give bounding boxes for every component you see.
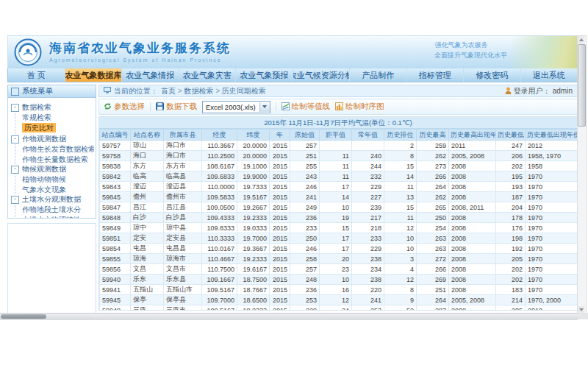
sidebar-item[interactable]: 气象水文现象 <box>22 185 94 195</box>
table-cell: 23 <box>320 264 352 275</box>
tree-section-3[interactable]: -物候观测数据 <box>11 164 94 174</box>
table-cell: 109.7000 <box>202 295 237 305</box>
table-cell: 241 <box>290 192 320 202</box>
table-cell: 206 <box>496 151 526 161</box>
meteorology-logo-icon <box>14 38 42 66</box>
format-select[interactable]: Excel 2003(.xls) <box>202 101 270 113</box>
table-cell: 2015 <box>270 244 290 254</box>
table-cell: 59940 <box>100 275 131 285</box>
nav-item-8[interactable]: 指标管理 <box>407 68 465 82</box>
nav-item-4[interactable]: 农业气象灾害 <box>179 68 237 82</box>
table-row[interactable]: 59848白沙白沙县109.433319.2333201523619217112… <box>100 213 578 223</box>
table-cell: 229 <box>352 244 384 254</box>
nav-item-6[interactable]: 农业气候资源分析 <box>293 68 351 82</box>
table-cell: 251 <box>417 285 449 295</box>
table-row[interactable]: 59843澄迈澄迈县110.000019.7333201524617229112… <box>100 182 578 192</box>
table-row[interactable]: 59948三亚三亚市109.516718.23332015229-2425352… <box>100 305 578 311</box>
table-row[interactable]: 59851定安定安县110.333319.7000201525017233102… <box>100 233 578 244</box>
tree-collapse-icon[interactable]: - <box>11 166 19 174</box>
table-row[interactable]: 59845儋州儋州市109.583319.5167201524114227132… <box>100 192 578 202</box>
tree-section-4[interactable]: -土壤水分观测数据 <box>11 194 94 205</box>
breadcrumb-item[interactable]: 首页 <box>161 87 176 95</box>
table-cell: 263 <box>417 244 449 254</box>
draw-isoline-button[interactable]: 绘制等值线 <box>282 102 331 112</box>
sidebar-item[interactable]: 作物生长量数据检索 <box>22 155 94 165</box>
tree-children: 常规检索历史比对 <box>15 113 94 134</box>
table-cell: 11 <box>320 161 352 171</box>
sidebar-item[interactable]: 土壤水文物理特性 <box>22 215 94 219</box>
sidebar-item[interactable]: 历史比对 <box>22 123 56 133</box>
column-header: 经度 <box>202 130 237 141</box>
table-row[interactable]: 59842临高临高县109.683319.9000201524311232142… <box>100 171 578 182</box>
column-header: 原始值 <box>290 130 320 141</box>
data-download-button[interactable]: 数据下载 <box>156 102 197 112</box>
table-row[interactable]: 59757琼山海口市110.366720.0000201525722592011… <box>100 141 578 151</box>
table-row[interactable]: 59847昌江昌江县109.050019.2667201524910239152… <box>100 202 578 213</box>
nav-item-5[interactable]: 农业气象预报 <box>236 68 293 82</box>
tree-section-1[interactable]: -数据检索 <box>11 102 94 113</box>
table-row[interactable]: 59856文昌文昌市110.750019.6167201525723234426… <box>100 264 578 275</box>
table-cell: 五指山市 <box>164 285 202 295</box>
table-cell: 2015 <box>270 223 290 233</box>
table-cell: 264 <box>417 182 449 192</box>
breadcrumb: 首页 > 数据检索 > 历史同期检索 <box>161 86 266 96</box>
sidebar-item[interactable]: 植物动物物候 <box>22 174 94 185</box>
refresh-icon <box>104 102 112 112</box>
breadcrumb-item[interactable]: 数据检索 <box>184 87 213 95</box>
nav-item-10[interactable]: 退出系统 <box>521 68 578 82</box>
table-row[interactable]: 59849琼中琼中县109.833319.0333201523315218122… <box>100 223 578 233</box>
toolbar: 参数选择 数据下载 Excel 2003(.xls) <box>98 99 578 115</box>
table-row[interactable]: 59945保亭保亭县109.700018.6500201525312241926… <box>100 295 578 305</box>
table-cell: 2008, 2011 <box>449 202 496 213</box>
menu-icon <box>11 88 19 96</box>
table-cell: 东方 <box>131 161 164 171</box>
table-row[interactable]: 59838东方东方市108.616719.1000201525511244152… <box>100 161 578 171</box>
table-cell: 236 <box>290 285 320 295</box>
table-cell: 17 <box>320 182 352 192</box>
table-row[interactable]: 59941五指山五指山市109.516718.76672015236162208… <box>100 285 578 295</box>
horizontal-scrollbar[interactable] <box>0 313 578 320</box>
table-cell: 59848 <box>100 213 131 223</box>
sidebar-item[interactable]: 常规检索 <box>22 113 94 123</box>
chevron-down-icon[interactable] <box>259 102 270 112</box>
table-cell: 59842 <box>100 171 131 182</box>
nav-item-1[interactable]: 首 页 <box>8 68 65 82</box>
tree-section-2[interactable]: -作物观测数据 <box>11 134 94 144</box>
table-cell: 59855 <box>100 254 131 264</box>
table-cell: 2008 <box>449 275 496 285</box>
table-cell: 287 <box>417 305 449 311</box>
table-row[interactable]: 59940乐东乐东县109.166718.7500201524810238122… <box>100 275 578 285</box>
table-cell: 232 <box>352 171 384 182</box>
toolbar-separator <box>276 102 276 111</box>
nav-item-3[interactable]: 农业气象情报 <box>122 68 179 82</box>
tree-collapse-icon[interactable]: - <box>11 104 19 112</box>
table-row[interactable]: 59855琼海琼海市110.466719.2333201525820238327… <box>100 254 578 264</box>
table-row[interactable]: 59854屯昌屯昌县110.016719.3667201524617229102… <box>100 244 578 254</box>
nav-item-2[interactable]: 农业气象数据库 <box>65 68 123 82</box>
table-cell: 海口 <box>131 151 164 161</box>
table-cell: 19.1000 <box>237 161 270 171</box>
horizontal-scrollbar-thumb[interactable] <box>1 314 46 319</box>
param-select-button[interactable]: 参数选择 <box>104 102 145 112</box>
table-cell: 1970 <box>526 275 578 285</box>
tree-collapse-icon[interactable]: - <box>11 196 19 204</box>
table-cell: 昌江县 <box>164 202 202 213</box>
sidebar-item[interactable]: 作物生长发育数据检索 <box>22 144 94 155</box>
sidebar-item[interactable]: 作物地段土壤水分 <box>22 205 94 215</box>
table-row[interactable]: 59758海口海口市110.250020.0000201525111240826… <box>100 151 578 161</box>
vertical-scrollbar-thumb[interactable] <box>578 44 586 127</box>
nav-item-9[interactable]: 修改密码 <box>464 68 521 82</box>
tree-collapse-icon[interactable]: - <box>11 135 19 144</box>
isoline-chart-icon <box>282 102 290 112</box>
vertical-scrollbar[interactable] <box>577 35 587 314</box>
draw-timeseries-button[interactable]: 绘制时序图 <box>335 102 384 112</box>
app-titles: 海南省农业气象业务服务系统 Agrometeorological System … <box>49 40 231 63</box>
table-cell: 218 <box>352 223 384 233</box>
sidebar-empty-panel <box>7 223 96 319</box>
table-cell: 五指山 <box>131 285 164 295</box>
nav-item-7[interactable]: 产品制作 <box>350 68 407 82</box>
table-cell: 220 <box>352 285 384 295</box>
table-cell: 18.2333 <box>237 305 270 311</box>
user-icon <box>505 87 512 96</box>
scroll-up-arrow-icon[interactable] <box>578 36 584 43</box>
